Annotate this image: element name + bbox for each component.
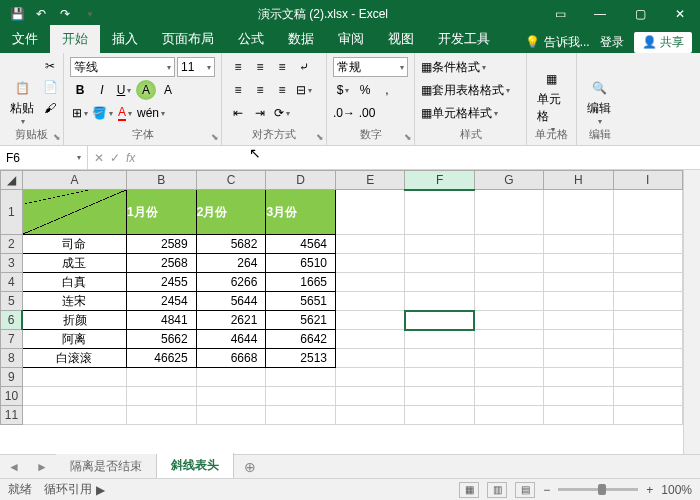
tell-me[interactable]: 💡 告诉我... xyxy=(525,34,589,51)
tab-view[interactable]: 视图 xyxy=(376,25,426,53)
percent-button[interactable]: % xyxy=(355,80,375,100)
row-header-10[interactable]: 10 xyxy=(1,387,23,406)
decrease-indent-button[interactable]: ⇤ xyxy=(228,103,248,123)
increase-indent-button[interactable]: ⇥ xyxy=(250,103,270,123)
cell-A6[interactable]: 折颜 xyxy=(22,311,126,330)
col-header-G[interactable]: G xyxy=(474,171,543,190)
cell-H10[interactable] xyxy=(544,387,613,406)
cell-G9[interactable] xyxy=(474,368,543,387)
sheet-nav-prev[interactable]: ◄ xyxy=(0,460,28,474)
cell-C6[interactable]: 2621 xyxy=(196,311,266,330)
cell-A4[interactable]: 白真 xyxy=(22,273,126,292)
cell-D10[interactable] xyxy=(266,387,336,406)
font-size-combo[interactable]: 11▾ xyxy=(177,57,215,77)
tab-file[interactable]: 文件 xyxy=(0,25,50,53)
align-middle-button[interactable]: ≡ xyxy=(250,57,270,77)
add-sheet-button[interactable]: ⊕ xyxy=(234,459,266,475)
cell-B9[interactable] xyxy=(127,368,197,387)
cell-I2[interactable] xyxy=(613,235,682,254)
maximize-button[interactable]: ▢ xyxy=(620,0,660,28)
tab-home[interactable]: 开始 xyxy=(50,25,100,53)
currency-button[interactable]: $▾ xyxy=(333,80,353,100)
col-header-E[interactable]: E xyxy=(336,171,405,190)
cell-E1[interactable] xyxy=(336,190,405,235)
decrease-font-button[interactable]: A xyxy=(158,80,178,100)
align-top-button[interactable]: ≡ xyxy=(228,57,248,77)
cell-I5[interactable] xyxy=(613,292,682,311)
italic-button[interactable]: I xyxy=(92,80,112,100)
cell-B8[interactable]: 46625 xyxy=(127,349,197,368)
cell-E3[interactable] xyxy=(336,254,405,273)
cell-A8[interactable]: 白滚滚 xyxy=(22,349,126,368)
col-header-B[interactable]: B xyxy=(127,171,197,190)
border-button[interactable]: ⊞▾ xyxy=(70,103,90,123)
tab-layout[interactable]: 页面布局 xyxy=(150,25,226,53)
cell-H6[interactable] xyxy=(544,311,613,330)
increase-font-button[interactable]: A xyxy=(136,80,156,100)
cell-B10[interactable] xyxy=(127,387,197,406)
cell-E7[interactable] xyxy=(336,330,405,349)
cell-B7[interactable]: 5662 xyxy=(127,330,197,349)
cell-I8[interactable] xyxy=(613,349,682,368)
sheet-tab-1[interactable]: 隔离是否结束 xyxy=(56,454,157,479)
cell-D1[interactable]: 3月份 xyxy=(266,190,336,235)
clipboard-dialog-launcher[interactable]: ⬊ xyxy=(53,132,61,142)
cell-G6[interactable] xyxy=(474,311,543,330)
cell-H5[interactable] xyxy=(544,292,613,311)
phonetic-button[interactable]: wén▾ xyxy=(137,103,165,123)
cell-D3[interactable]: 6510 xyxy=(266,254,336,273)
cell-I1[interactable] xyxy=(613,190,682,235)
cell-D9[interactable] xyxy=(266,368,336,387)
sheet-nav-next[interactable]: ► xyxy=(28,460,56,474)
row-header-1[interactable]: 1 xyxy=(1,190,23,235)
cell-styles-button[interactable]: ▦ 单元格样式▾ xyxy=(421,103,498,123)
cell-G7[interactable] xyxy=(474,330,543,349)
cell-C3[interactable]: 264 xyxy=(196,254,266,273)
merge-button[interactable]: ⊟▾ xyxy=(294,80,314,100)
cell-A5[interactable]: 连宋 xyxy=(22,292,126,311)
ribbon-display-icon[interactable]: ▭ xyxy=(540,0,580,28)
cell-A3[interactable]: 成玉 xyxy=(22,254,126,273)
cell-C2[interactable]: 5682 xyxy=(196,235,266,254)
cell-G4[interactable] xyxy=(474,273,543,292)
cell-H7[interactable] xyxy=(544,330,613,349)
cell-H2[interactable] xyxy=(544,235,613,254)
qat-customize[interactable]: ▼ xyxy=(78,3,100,25)
cell-E2[interactable] xyxy=(336,235,405,254)
zoom-out-button[interactable]: − xyxy=(543,483,550,497)
undo-button[interactable]: ↶ xyxy=(30,3,52,25)
row-header-6[interactable]: 6 xyxy=(1,311,23,330)
cell-E10[interactable] xyxy=(336,387,405,406)
cell-H3[interactable] xyxy=(544,254,613,273)
format-painter-button[interactable]: 🖌 xyxy=(40,98,60,118)
bold-button[interactable]: B xyxy=(70,80,90,100)
vertical-scrollbar[interactable] xyxy=(683,170,700,454)
row-header-4[interactable]: 4 xyxy=(1,273,23,292)
normal-view-button[interactable]: ▦ xyxy=(459,482,479,498)
page-break-view-button[interactable]: ▤ xyxy=(515,482,535,498)
align-bottom-button[interactable]: ≡ xyxy=(272,57,292,77)
cell-H4[interactable] xyxy=(544,273,613,292)
cell-D11[interactable] xyxy=(266,406,336,425)
fx-icon[interactable]: fx xyxy=(126,151,135,165)
zoom-in-button[interactable]: + xyxy=(646,483,653,497)
cell-F6[interactable] xyxy=(405,311,474,330)
cell-B4[interactable]: 2455 xyxy=(127,273,197,292)
cell-I10[interactable] xyxy=(613,387,682,406)
cell-H9[interactable] xyxy=(544,368,613,387)
align-dialog-launcher[interactable]: ⬊ xyxy=(316,132,324,142)
share-button[interactable]: 👤 共享 xyxy=(634,32,692,53)
cell-D2[interactable]: 4564 xyxy=(266,235,336,254)
cell-C4[interactable]: 6266 xyxy=(196,273,266,292)
cell-I9[interactable] xyxy=(613,368,682,387)
cell-G11[interactable] xyxy=(474,406,543,425)
row-header-3[interactable]: 3 xyxy=(1,254,23,273)
cell-C11[interactable] xyxy=(196,406,266,425)
cell-F11[interactable] xyxy=(405,406,474,425)
cell-F3[interactable] xyxy=(405,254,474,273)
cell-F4[interactable] xyxy=(405,273,474,292)
tab-data[interactable]: 数据 xyxy=(276,25,326,53)
cell-I4[interactable] xyxy=(613,273,682,292)
cell-H8[interactable] xyxy=(544,349,613,368)
cell-G10[interactable] xyxy=(474,387,543,406)
